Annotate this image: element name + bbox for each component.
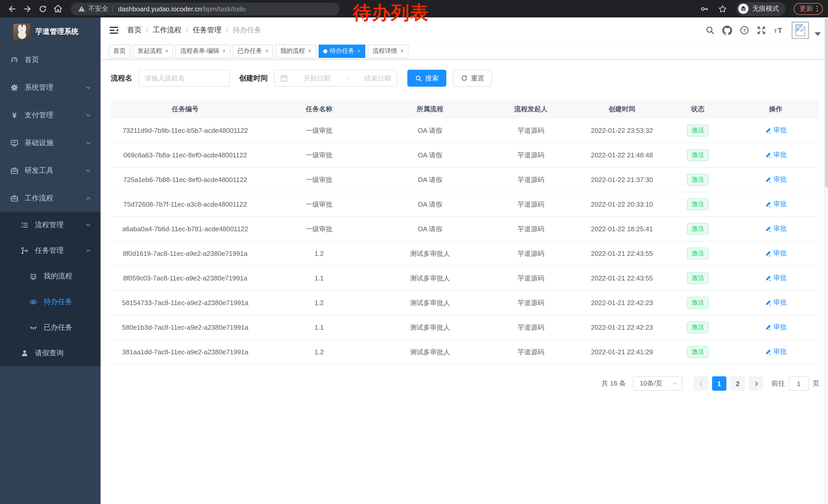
approve-link[interactable]: 审批 [764,298,787,307]
browser-menu-icon[interactable] [817,6,818,12]
sidebar-item-流程管理[interactable]: 流程管理 [0,212,100,238]
approve-link[interactable]: 审批 [764,323,787,332]
goto-page-input[interactable] [788,376,809,391]
approve-link[interactable]: 审批 [764,200,787,209]
approve-link[interactable]: 审批 [764,150,787,160]
breadcrumb-task-manage[interactable]: 任务管理 [193,26,222,35]
approve-link[interactable]: 审批 [764,274,787,283]
sidebar-item-基础设施[interactable]: 基础设施 [0,129,100,157]
close-icon[interactable]: × [400,48,404,54]
tab-我的流程[interactable]: 我的流程× [276,44,316,58]
cell-流程发起人: 芋道源码 [481,323,580,332]
security-label[interactable]: 不安全 [88,4,108,13]
search-button[interactable]: 搜索 [407,70,446,87]
url-host[interactable]: dashboard.yudao.iocoder.cn [118,5,202,12]
close-icon[interactable]: × [308,48,312,54]
close-icon[interactable]: × [265,48,268,54]
page-annotation-title: 待办列表 [353,4,429,22]
prev-page-button[interactable] [694,376,708,391]
avatar[interactable] [792,21,809,39]
url-bar[interactable]: 不安全 dashboard.yudao.iocoder.cn/bpm/task/… [71,2,340,15]
close-icon[interactable]: × [358,48,361,54]
fullscreen-icon[interactable] [757,26,766,35]
github-icon[interactable] [722,26,732,35]
sidebar-item-请假查询[interactable]: 请假查询 [0,340,100,366]
page-button-1[interactable]: 1 [712,376,727,391]
approve-link[interactable]: 审批 [764,224,787,234]
sidebar-item-label: 我的流程 [44,272,100,281]
date-range-picker[interactable]: 开始日期 - 结束日期 [274,70,397,87]
bookmark-star-icon[interactable] [718,4,727,13]
cell-任务名称: 1.1 [259,324,379,331]
sidebar-item-已办任务[interactable]: 已办任务 [0,315,100,340]
approve-link[interactable]: 审批 [764,175,787,184]
end-date-placeholder[interactable]: 结束日期 [364,74,391,83]
edit-pen-icon [764,201,771,208]
breadcrumb-home[interactable]: 首页 [127,26,141,35]
url-path[interactable]: /bpm/task/todo [202,5,246,12]
tab-label: 首页 [113,47,126,55]
sidebar-item-label: 基础设施 [25,138,85,148]
cell-创建时间: 2022-01-21 22:43:55 [580,250,663,258]
sidebar-toggle-icon[interactable] [109,25,119,35]
process-name-input[interactable] [145,74,225,82]
tab-待办任务[interactable]: 待办任务× [319,44,366,58]
help-icon[interactable]: ? [740,26,749,35]
edit-pen-icon [764,127,771,134]
next-page-button[interactable] [749,376,763,391]
home-icon[interactable] [50,2,66,16]
column-header-任务编号: 任务编号 [111,104,259,114]
tab-流程表单-编辑[interactable]: 流程表单-编辑× [176,44,230,58]
tab-已办任务[interactable]: 已办任务× [233,44,273,58]
approve-link[interactable]: 审批 [764,249,787,258]
reload-icon[interactable] [35,2,50,16]
cell-任务名称: 一级审批 [259,126,379,135]
password-key-icon[interactable] [700,4,709,13]
tab-发起流程[interactable]: 发起流程× [133,44,173,58]
sidebar-item-工作流程[interactable]: 工作流程 [0,185,100,212]
breadcrumb-workflow[interactable]: 工作流程 [153,26,181,35]
sidebar-item-研发工具[interactable]: 研发工具 [0,157,100,185]
user-icon [20,349,29,357]
sidebar-item-我的流程[interactable]: 我的流程 [0,264,100,289]
process-name-field[interactable] [138,70,230,87]
page-button-2[interactable]: 2 [731,376,745,391]
font-size-icon[interactable]: TT [774,26,784,35]
search-icon[interactable] [705,26,715,35]
reset-button[interactable]: 重置 [453,70,492,87]
table-row: 381aa1dd-7ac8-11ec-a9e2-a2380e71991a1.2测… [111,340,819,365]
sidebar-item-首页[interactable]: 首页 [0,46,100,74]
start-date-placeholder[interactable]: 开始日期 [304,74,330,83]
forward-icon[interactable] [19,2,35,16]
sidebar-item-任务管理[interactable]: 任务管理 [0,238,100,264]
scrollbar-thumb[interactable] [825,18,828,188]
cell-所属流程: OA 请假 [379,224,481,234]
table-row: 8f0d1619-7ac8-11ec-a9e2-a2380e71991a1.2测… [111,241,819,266]
sidebar-item-支付管理[interactable]: ¥支付管理 [0,101,100,129]
close-icon[interactable]: × [222,48,226,54]
back-icon[interactable] [4,2,19,16]
eye-closed-icon [29,324,37,332]
cell-action: 审批 [732,126,819,135]
update-button[interactable]: 更新 [793,3,823,15]
table-row: 580e1b3d-7ac8-11ec-a9e2-a2380e71991a1.1测… [111,315,819,340]
avatar-dropdown-icon[interactable] [815,32,821,36]
breadcrumb: 首页 / 工作流程 / 任务管理 / 待办任务 [127,26,261,35]
update-label[interactable]: 更新 [799,4,813,13]
sidebar-item-待办任务[interactable]: 待办任务 [0,289,100,315]
tab-流程详情[interactable]: 流程详情× [368,44,408,58]
app-logo[interactable]: 芋道管理系统 [0,17,100,46]
close-icon[interactable]: × [165,48,169,54]
edit-pen-icon [764,349,771,355]
approve-link[interactable]: 审批 [764,348,787,357]
status-badge: 激活 [687,223,708,235]
cell-任务编号: 069c6a63-7b8a-11ec-8ef0-acde48001122 [111,151,259,159]
page-scrollbar[interactable] [824,17,828,504]
tab-首页[interactable]: 首页 [109,44,130,58]
page-size-select[interactable]: 10条/页 [633,376,682,391]
sidebar-item-系统管理[interactable]: 系统管理 [0,74,100,101]
cell-status: 激活 [663,149,732,161]
goto-suffix: 页 [813,379,819,388]
cell-创建时间: 2022-01-22 18:25:41 [580,225,663,233]
approve-link[interactable]: 审批 [764,126,787,135]
